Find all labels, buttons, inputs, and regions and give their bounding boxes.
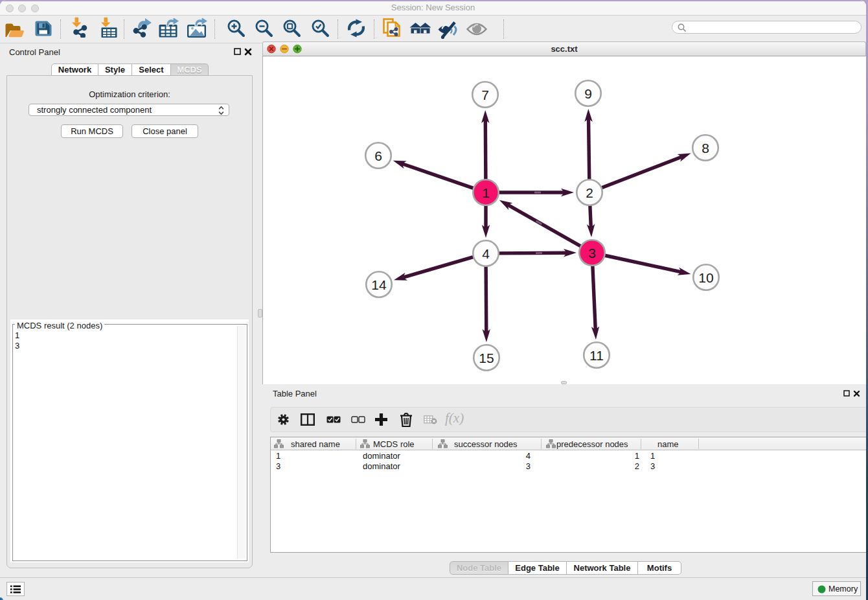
svg-text:14: 14 xyxy=(371,277,387,292)
svg-text:8: 8 xyxy=(702,141,709,156)
svg-text:6: 6 xyxy=(374,148,382,163)
svg-text:9: 9 xyxy=(584,86,592,101)
svg-text:7: 7 xyxy=(481,87,489,102)
svg-text:11: 11 xyxy=(589,348,604,363)
svg-text:3: 3 xyxy=(588,246,596,260)
svg-text:2: 2 xyxy=(586,185,593,200)
svg-text:1: 1 xyxy=(482,185,490,200)
svg-text:15: 15 xyxy=(479,351,494,365)
svg-text:10: 10 xyxy=(698,270,713,285)
svg-text:4: 4 xyxy=(482,246,490,261)
